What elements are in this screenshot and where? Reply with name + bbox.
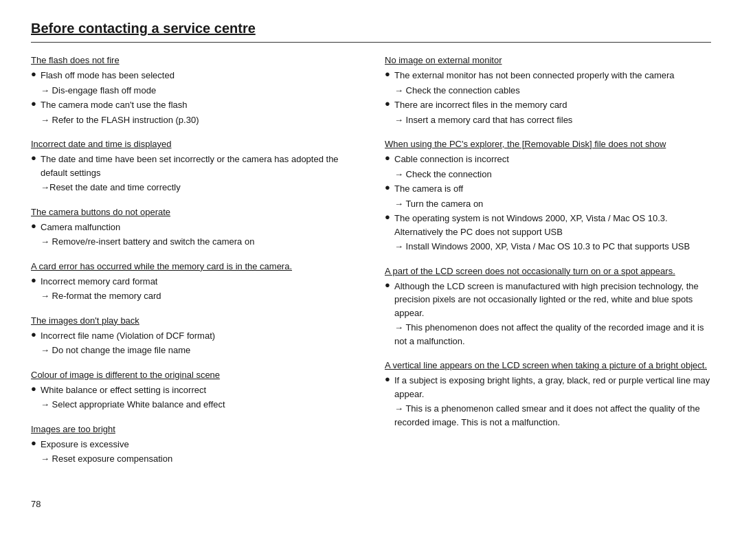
section-images-dont-play: The images don't play back●Incorrect fil… bbox=[31, 315, 357, 357]
page-number: 78 bbox=[31, 499, 711, 509]
section-camera-buttons: The camera buttons do not operate●Camera… bbox=[31, 207, 357, 249]
bullet-text: The camera mode can't use the flash bbox=[41, 98, 187, 112]
bullet-text: There are incorrect files in the memory … bbox=[394, 98, 567, 112]
section-title: The camera buttons do not operate bbox=[31, 207, 357, 217]
arrow-item: → Turn the camera on bbox=[385, 197, 711, 211]
bullet-icon: ● bbox=[31, 275, 41, 285]
bullet-item: ●The camera is off bbox=[385, 182, 711, 196]
bullet-text: Incorrect file name (Violation of DCF fo… bbox=[41, 329, 215, 343]
section-removable-disk: When using the PC's explorer, the [Remov… bbox=[385, 139, 711, 254]
bullet-item: ●Flash off mode has been selected bbox=[31, 69, 357, 82]
arrow-item: → Do not change the image file name bbox=[31, 344, 357, 357]
bullet-text: The camera is off bbox=[394, 182, 463, 196]
arrow-item: → Dis-engage flash off mode bbox=[31, 84, 357, 98]
arrow-item: → Check the connection cables bbox=[385, 84, 711, 98]
bullet-icon: ● bbox=[31, 98, 41, 109]
bullet-item: ●Exposure is excessive bbox=[31, 438, 357, 451]
section-title: When using the PC's explorer, the [Remov… bbox=[385, 139, 711, 149]
arrow-item: → This is a phenomenon called smear and … bbox=[385, 402, 711, 429]
bullet-item: ●Camera malfunction bbox=[31, 221, 357, 234]
arrow-item: → This phenomenon does not affect the qu… bbox=[385, 321, 711, 348]
section-card-error: A card error has occurred while the memo… bbox=[31, 261, 357, 303]
bullet-item: ●If a subject is exposing bright lights,… bbox=[385, 374, 711, 401]
section-title: The images don't play back bbox=[31, 315, 357, 326]
section-title: No image on external monitor bbox=[385, 55, 711, 65]
bullet-icon: ● bbox=[385, 374, 394, 384]
bullet-text: The external monitor has not been connec… bbox=[394, 69, 675, 82]
bullet-text: Flash off mode has been selected bbox=[41, 69, 175, 82]
bullet-item: ●The date and time have been set incorre… bbox=[31, 153, 357, 179]
bullet-icon: ● bbox=[385, 212, 394, 222]
bullet-icon: ● bbox=[31, 153, 41, 163]
section-title: A part of the LCD screen does not occasi… bbox=[385, 266, 711, 276]
bullet-item: ●The camera mode can't use the flash bbox=[31, 98, 357, 112]
bullet-icon: ● bbox=[385, 69, 394, 79]
arrow-item: → Check the connection bbox=[385, 168, 711, 181]
bullet-text: Cable connection is incorrect bbox=[394, 153, 509, 166]
left-column: The flash does not fire●Flash off mode h… bbox=[31, 55, 357, 478]
bullet-icon: ● bbox=[385, 280, 394, 290]
arrow-item: →Reset the date and time correctly bbox=[31, 181, 357, 194]
section-images-too-bright: Images are too bright●Exposure is excess… bbox=[31, 424, 357, 466]
bullet-text: Exposure is excessive bbox=[41, 438, 129, 451]
bullet-text: If a subject is exposing bright lights, … bbox=[394, 374, 711, 401]
bullet-icon: ● bbox=[385, 182, 394, 192]
arrow-item: → Install Windows 2000, XP, Vista / Mac … bbox=[385, 240, 711, 254]
section-title: A vertical line appears on the LCD scree… bbox=[385, 360, 711, 370]
section-vertical-line: A vertical line appears on the LCD scree… bbox=[385, 360, 711, 429]
bullet-icon: ● bbox=[31, 438, 41, 448]
bullet-icon: ● bbox=[31, 383, 41, 394]
bullet-item: ●There are incorrect files in the memory… bbox=[385, 98, 711, 112]
arrow-item: → Re-format the memory card bbox=[31, 289, 357, 303]
bullet-text: The date and time have been set incorrec… bbox=[41, 153, 357, 179]
arrow-item: → Reset exposure compensation bbox=[31, 452, 357, 466]
bullet-icon: ● bbox=[31, 221, 41, 231]
arrow-item: → Select appropriate White balance and e… bbox=[31, 398, 357, 412]
bullet-text: White balance or effect setting is incor… bbox=[41, 383, 206, 397]
bullet-item: ●The external monitor has not been conne… bbox=[385, 69, 711, 82]
bullet-text: The operating system is not Windows 2000… bbox=[394, 212, 711, 238]
bullet-icon: ● bbox=[385, 153, 394, 163]
section-lcd-spot: A part of the LCD screen does not occasi… bbox=[385, 266, 711, 348]
arrow-item: → Remove/re-insert battery and switch th… bbox=[31, 235, 357, 249]
bullet-icon: ● bbox=[31, 329, 41, 339]
section-no-image-external: No image on external monitor●The externa… bbox=[385, 55, 711, 126]
bullet-item: ●Cable connection is incorrect bbox=[385, 153, 711, 166]
bullet-text: Camera malfunction bbox=[41, 221, 120, 234]
bullet-text: Although the LCD screen is manufactured … bbox=[394, 280, 711, 320]
bullet-item: ●The operating system is not Windows 200… bbox=[385, 212, 711, 238]
bullet-icon: ● bbox=[31, 69, 41, 79]
bullet-text: Incorrect memory card format bbox=[41, 275, 158, 289]
bullet-item: ●Incorrect file name (Violation of DCF f… bbox=[31, 329, 357, 343]
section-title: Incorrect date and time is displayed bbox=[31, 139, 357, 149]
right-column: No image on external monitor●The externa… bbox=[385, 55, 711, 478]
bullet-item: ●White balance or effect setting is inco… bbox=[31, 383, 357, 397]
section-title: The flash does not fire bbox=[31, 55, 357, 65]
section-title: Colour of image is different to the orig… bbox=[31, 370, 357, 380]
bullet-icon: ● bbox=[385, 98, 394, 109]
section-colour-different: Colour of image is different to the orig… bbox=[31, 370, 357, 412]
bullet-item: ●Although the LCD screen is manufactured… bbox=[385, 280, 711, 320]
section-title: Images are too bright bbox=[31, 424, 357, 434]
section-title: A card error has occurred while the memo… bbox=[31, 261, 357, 271]
arrow-item: → Insert a memory card that has correct … bbox=[385, 113, 711, 127]
arrow-item: → Refer to the FLASH instruction (p.30) bbox=[31, 113, 357, 127]
bullet-item: ●Incorrect memory card format bbox=[31, 275, 357, 289]
section-flash-not-fire: The flash does not fire●Flash off mode h… bbox=[31, 55, 357, 126]
page-title: Before contacting a service centre bbox=[31, 21, 711, 43]
section-incorrect-date: Incorrect date and time is displayed●The… bbox=[31, 139, 357, 194]
